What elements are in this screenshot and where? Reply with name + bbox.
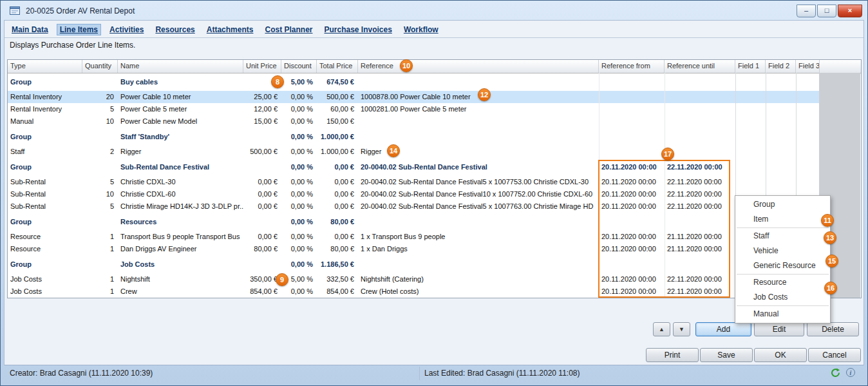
info-icon[interactable]: i — [845, 368, 856, 378]
cell-ref — [358, 76, 599, 88]
column-header-type[interactable]: Type — [8, 60, 82, 73]
column-header-reference-until[interactable]: Reference until — [665, 60, 735, 73]
cell-total: 1.000,00 € — [317, 146, 358, 158]
cell-ref: 1000281.00 Power Cable 5 meter — [358, 103, 599, 115]
refresh-icon[interactable] — [830, 368, 840, 378]
tab-attachments[interactable]: Attachments — [203, 24, 257, 35]
tab-workflow[interactable]: Workflow — [401, 24, 442, 35]
column-header-field-2[interactable]: Field 2 — [766, 60, 796, 73]
cell-type: Resource — [8, 243, 82, 255]
cell-name: Power Cable 5 meter — [118, 103, 243, 115]
menu-item-resource[interactable]: Resource — [735, 275, 830, 290]
menu-item-vehicle[interactable]: Vehicle — [735, 244, 830, 258]
menu-item-job-costs[interactable]: Job Costs — [735, 290, 830, 305]
callout-badge-9: 9 — [276, 273, 288, 286]
move-up-button[interactable]: ▲ — [653, 322, 670, 336]
cell-qty: 20 — [82, 91, 118, 103]
column-header-discount[interactable]: Discount — [281, 60, 317, 73]
callout-badge-11: 11 — [821, 214, 834, 227]
menu-item-item[interactable]: Item — [735, 212, 830, 227]
cell-f2 — [766, 115, 796, 128]
cell-name: Resources — [118, 216, 243, 228]
cell-total: 500,00 € — [317, 91, 358, 103]
save-button[interactable]: Save — [700, 348, 753, 362]
cell-qty: 5 — [82, 176, 118, 188]
table-row[interactable]: Rental Inventory5Power Cable 5 meter12,0… — [8, 103, 820, 115]
cell-type: Resource — [8, 231, 82, 243]
print-button[interactable]: Print — [646, 348, 699, 362]
cell-from — [599, 76, 665, 88]
tab-strip: Main DataLine ItemsActivitiesResourcesAt… — [5, 21, 863, 38]
column-header-name[interactable]: Name — [118, 60, 243, 73]
tab-cost-planner[interactable]: Cost Planner — [261, 24, 316, 35]
tab-purchase-invoices[interactable]: Purchase Invoices — [321, 24, 395, 35]
table-row[interactable]: Manual10Power Cable new Model15,00 €0,00… — [8, 115, 820, 128]
window-controls: – □ × — [797, 5, 862, 17]
column-header-unit-price[interactable]: Unit Price — [243, 60, 281, 73]
cell-unit: 80,00 € — [243, 243, 281, 255]
close-button[interactable]: × — [838, 5, 862, 17]
cell-f3 — [796, 131, 820, 143]
cell-ref — [358, 258, 599, 271]
callout-badge-12: 12 — [478, 88, 491, 101]
cell-type: Manual — [8, 115, 82, 128]
cell-disc: 0,00 % — [281, 200, 317, 213]
table-row[interactable]: Staff2Rigger500,00 €0,00 %1.000,00 €Rigg… — [8, 146, 820, 158]
menu-item-staff[interactable]: Staff — [735, 229, 830, 244]
menu-item-manual[interactable]: Manual — [735, 307, 830, 322]
context-menu: GroupItemStaffVehicleGeneric ResourceRes… — [735, 195, 831, 323]
table-row[interactable]: GroupBuy cables5,00 %674,50 € — [8, 76, 820, 88]
status-bar: Creator: Brad Casagni (11.11.2020 10:39)… — [5, 365, 863, 381]
edit-button[interactable]: Edit — [754, 322, 804, 336]
callout-badge-8: 8 — [271, 75, 284, 88]
add-button[interactable]: Add — [695, 322, 751, 336]
cell-name: Transport Bus 9 people Transport Bus — [118, 231, 243, 243]
cell-name: Buy cables — [118, 76, 243, 88]
tab-activities[interactable]: Activities — [106, 24, 147, 35]
cell-f2 — [766, 91, 796, 103]
delete-button[interactable]: Delete — [807, 322, 859, 336]
menu-item-group[interactable]: Group — [735, 197, 830, 212]
column-header-quantity[interactable]: Quantity — [82, 60, 118, 73]
cell-unit — [243, 131, 281, 143]
move-down-button[interactable]: ▼ — [673, 322, 690, 336]
maximize-button[interactable]: □ — [817, 5, 836, 17]
cell-disc: 0,00 % — [281, 258, 317, 271]
cell-disc: 0,00 % — [281, 131, 317, 143]
cell-unit — [243, 258, 281, 271]
tab-line-items[interactable]: Line Items — [57, 24, 101, 35]
cell-ref: 20-0040.02 Sub-Rental Dance Festival — [358, 161, 599, 173]
minimize-button[interactable]: – — [797, 5, 816, 17]
column-header-reference[interactable]: Reference — [358, 60, 599, 73]
cell-unit: 15,00 € — [243, 115, 281, 128]
table-row[interactable]: Rental Inventory20Power Cable 10 meter25… — [8, 91, 820, 103]
cell-ref — [358, 115, 599, 128]
cell-f2 — [766, 161, 796, 173]
cell-f3 — [796, 161, 820, 173]
cell-unit: 12,00 € — [243, 103, 281, 115]
cell-ref — [358, 131, 599, 143]
column-header-field-3[interactable]: Field 3 — [796, 60, 820, 73]
column-header-field-1[interactable]: Field 1 — [735, 60, 766, 73]
column-header-reference-from[interactable]: Reference from — [599, 60, 665, 73]
cell-until — [665, 131, 735, 143]
cell-f2 — [766, 76, 796, 88]
column-header-total-price[interactable]: Total Price — [317, 60, 358, 73]
tab-main-data[interactable]: Main Data — [8, 24, 52, 35]
cell-total: 80,00 € — [317, 216, 358, 228]
menu-item-generic-resource[interactable]: Generic Resource — [735, 258, 830, 273]
ok-button[interactable]: OK — [754, 348, 807, 362]
cell-total: 150,00 € — [317, 115, 358, 128]
table-row[interactable]: GroupStaff 'Standby'0,00 %1.000,00 € — [8, 131, 820, 143]
cell-name: Sub-Rental Dance Festival — [118, 161, 243, 173]
cell-disc: 0,00 % — [281, 243, 317, 255]
cell-from — [599, 115, 665, 128]
cell-total: 854,00 € — [317, 285, 358, 298]
cell-f3 — [796, 103, 820, 115]
cancel-button[interactable]: Cancel — [808, 348, 861, 362]
tab-resources[interactable]: Resources — [152, 24, 198, 35]
titlebar[interactable]: 20-0025 Order AV Rental Depot – □ × — [5, 3, 863, 19]
cell-qty — [82, 76, 118, 88]
menu-separator — [737, 305, 829, 306]
creator-text: Creator: Brad Casagni (11.11.2020 10:39) — [10, 369, 153, 378]
